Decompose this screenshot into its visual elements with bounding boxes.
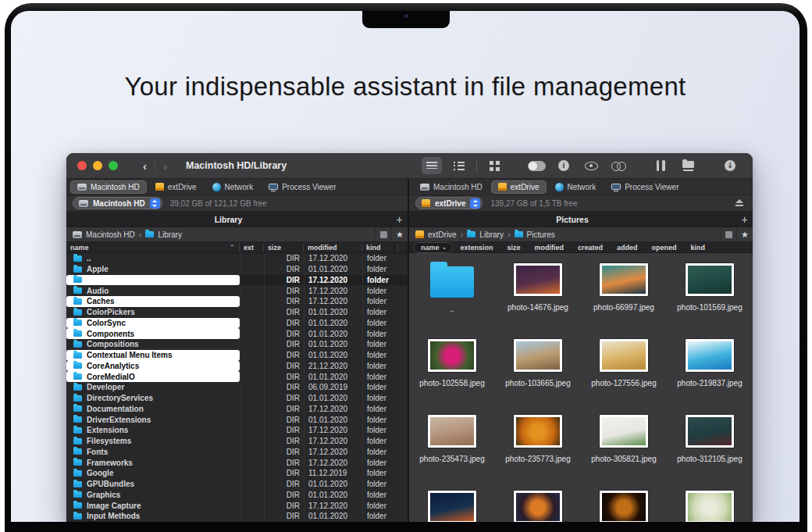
image-item[interactable]: photo-102558.jpeg <box>409 334 495 409</box>
image-item[interactable]: photo-127556.jpeg <box>581 334 667 409</box>
breadcrumb-item[interactable]: Library <box>145 230 182 239</box>
image-item[interactable] <box>667 485 753 522</box>
pause-button[interactable] <box>650 157 671 174</box>
breadcrumb-item[interactable]: extDrive <box>415 230 457 239</box>
toggle-button[interactable] <box>526 157 547 174</box>
image-item[interactable] <box>581 485 667 522</box>
file-kind-cell: folder <box>362 500 398 511</box>
tab-network[interactable]: Network <box>206 181 260 193</box>
breadcrumb-item[interactable]: Library <box>467 230 504 239</box>
table-row[interactable]: AppleDIR01.01.2020folder <box>66 264 408 275</box>
image-item[interactable]: photo-235473.jpeg <box>409 409 495 485</box>
close-button[interactable] <box>77 161 87 170</box>
file-kind-cell: folder <box>362 361 398 372</box>
image-item[interactable] <box>409 485 495 522</box>
download-button[interactable] <box>720 157 740 174</box>
table-row[interactable]: GoogleDIR11.12.2019folder <box>66 468 408 479</box>
add-tab-button[interactable]: + <box>390 212 408 227</box>
column-header-created[interactable]: created <box>571 244 610 252</box>
table-row[interactable]: ..DIR17.12.2020folder <box>66 253 408 264</box>
table-row[interactable]: GPUBundlesDIR01.01.2020folder <box>66 479 408 490</box>
right-drive-select[interactable]: extDrive <box>415 197 483 209</box>
table-row[interactable]: FontsDIR17.12.2020folder <box>66 447 408 458</box>
table-row[interactable]: CoreMediaIODIR01.01.2020folder <box>66 371 408 382</box>
column-header-ext[interactable]: ext <box>240 244 264 252</box>
back-button[interactable]: ‹ <box>143 160 147 172</box>
table-row[interactable]: GraphicsDIR01.01.2020folder <box>66 490 408 501</box>
breadcrumb-item[interactable]: Pictures <box>515 230 555 239</box>
current-folder-title: Library <box>66 212 390 227</box>
column-header-modified[interactable]: modified <box>304 244 362 252</box>
info-button[interactable] <box>554 157 574 174</box>
table-row[interactable]: ExtensionsDIR17.12.2020folder <box>66 425 408 436</box>
eject-button[interactable] <box>735 199 746 207</box>
add-tab-button[interactable]: + <box>735 212 753 227</box>
column-header-modified[interactable]: modified <box>528 244 572 252</box>
table-row[interactable]: DocumentationDIR17.12.2020folder <box>66 404 408 415</box>
favorite-button[interactable]: ★ <box>736 227 753 241</box>
table-row[interactable]: FilesystemsDIR17.12.2020folder <box>66 436 408 447</box>
table-row[interactable]: Input MethodsDIR01.01.2020folder <box>66 511 408 522</box>
table-row[interactable]: ColorPickersDIR01.01.2020folder <box>66 307 408 318</box>
file-ext-cell <box>240 328 264 339</box>
column-header-extension[interactable]: extension <box>453 244 500 252</box>
image-item[interactable] <box>495 485 581 522</box>
zoom-button[interactable] <box>109 161 118 170</box>
tab-process-viewer[interactable]: Process Viewer <box>605 181 685 193</box>
column-header-name[interactable]: name▲ <box>414 242 453 253</box>
breadcrumb-item[interactable]: Macintosh HD <box>73 230 135 239</box>
binoculars-button[interactable] <box>608 157 629 174</box>
item-label: photo-219837.jpeg <box>673 379 746 388</box>
column-header-kind[interactable]: kind <box>362 244 398 252</box>
network-share-button[interactable] <box>678 157 698 174</box>
image-item[interactable]: photo-235773.jpeg <box>495 409 581 485</box>
minimize-button[interactable] <box>93 161 102 170</box>
image-item[interactable]: photo-103665.jpeg <box>495 334 581 409</box>
table-row[interactable]: ComponentsDIR01.01.2020folder <box>66 328 408 339</box>
parent-folder-item[interactable]: .. <box>409 258 495 334</box>
favorite-button[interactable]: ★ <box>391 227 408 241</box>
image-item[interactable]: photo-14676.jpeg <box>495 258 581 334</box>
grid-view-button[interactable] <box>484 157 504 174</box>
column-header-size[interactable]: size <box>264 244 304 252</box>
tab-process-viewer[interactable]: Process Viewer <box>262 181 342 193</box>
column-header-opened[interactable]: opened <box>645 244 684 252</box>
column-header-added[interactable]: added <box>610 244 645 252</box>
image-item[interactable]: photo-312105.jpeg <box>667 409 753 485</box>
tab-network[interactable]: Network <box>549 181 603 193</box>
select-toggle-button[interactable] <box>720 227 736 241</box>
table-row[interactable]: Application SupportDIR17.12.2020folder <box>66 275 408 286</box>
table-row[interactable]: ColorSyncDIR01.01.2020folder <box>66 318 408 329</box>
left-drive-select[interactable]: Macintosh HD <box>73 197 162 209</box>
tab-macintosh-hd[interactable]: Macintosh HD <box>71 181 146 193</box>
image-item[interactable]: photo-305821.jpeg <box>581 409 667 485</box>
headline: Your indispensable assistant in file man… <box>11 72 800 102</box>
column-header-size[interactable]: size <box>500 244 527 252</box>
table-row[interactable]: Image CaptureDIR17.12.2020folder <box>66 500 408 511</box>
table-row[interactable]: FrameworksDIR17.12.2020folder <box>66 457 408 468</box>
image-item[interactable]: photo-101569.jpeg <box>667 258 753 334</box>
table-row[interactable]: CachesDIR17.12.2020folder <box>66 296 408 307</box>
file-kind-cell: folder <box>362 414 398 425</box>
column-header-kind[interactable]: kind <box>684 244 713 252</box>
drive-free-space: 39,02 GB of 121,12 GB free <box>170 199 267 208</box>
table-row[interactable]: DeveloperDIR06.09.2019folder <box>66 382 408 393</box>
table-row[interactable]: DirectoryServicesDIR01.01.2020folder <box>66 393 408 404</box>
tab-extdrive[interactable]: extDrive <box>492 181 546 193</box>
column-header-name[interactable]: name⌃ <box>66 244 240 252</box>
forward-button[interactable]: › <box>163 160 167 172</box>
tab-extdrive[interactable]: extDrive <box>149 181 203 193</box>
file-kind-cell: folder <box>362 425 398 436</box>
table-row[interactable]: DriverExtensionsDIR01.01.2020folder <box>66 414 408 425</box>
list-view-button[interactable] <box>422 157 442 174</box>
table-row[interactable]: AudioDIR17.12.2020folder <box>66 285 408 296</box>
image-item[interactable]: photo-66997.jpeg <box>581 258 667 334</box>
table-row[interactable]: CompositionsDIR01.01.2020folder <box>66 339 408 350</box>
table-row[interactable]: CoreAnalyticsDIR21.12.2020folder <box>66 361 408 372</box>
table-row[interactable]: Contextual Menu ItemsDIR01.01.2020folder <box>66 350 408 361</box>
image-item[interactable]: photo-219837.jpeg <box>667 334 753 409</box>
tab-macintosh-hd[interactable]: Macintosh HD <box>414 181 489 193</box>
select-toggle-button[interactable] <box>375 227 391 241</box>
eye-button[interactable] <box>581 157 601 174</box>
detail-list-view-button[interactable] <box>449 157 469 174</box>
